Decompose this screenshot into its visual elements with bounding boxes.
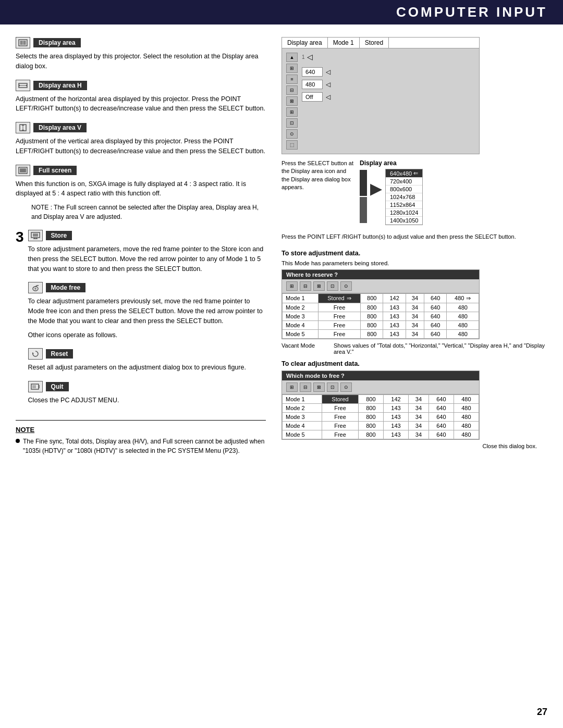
- clear-table-row: Mode 4 Free 800 143 34 640 480: [283, 421, 479, 430]
- dialog-h-arrow: ◁: [326, 68, 331, 76]
- resolution-item-3[interactable]: 800x600: [386, 186, 422, 193]
- sidebar-btn-8[interactable]: ⊙: [286, 129, 298, 139]
- mode-status: Stored⇒: [318, 293, 360, 303]
- page-number: 27: [537, 707, 547, 718]
- sidebar-btn-6[interactable]: ⊞: [286, 107, 298, 117]
- display-area-text: Selects the area displayed by this proje…: [16, 52, 266, 71]
- mode-v1: 800: [358, 403, 383, 412]
- mode-status: Free: [322, 421, 359, 430]
- mode-v5: 480: [454, 421, 479, 430]
- mode-v4: 640: [424, 320, 446, 329]
- mode-label: Mode 5: [283, 430, 322, 439]
- mode-v5: 480: [447, 312, 479, 320]
- note-bullet: The Fine sync, Total dots, Display area …: [16, 437, 266, 455]
- dialog-h-row: 640 ◁: [302, 67, 475, 77]
- mode-v4: 640: [424, 312, 446, 320]
- mode-v2: 143: [383, 421, 408, 430]
- resolution-item-1[interactable]: 640x480 ⇐: [386, 169, 422, 178]
- store-table-row: Mode 5 Free 800 143 34 640 480: [283, 329, 479, 338]
- dialog-off-arrow: ◁: [326, 93, 331, 101]
- mode-v5: 480: [454, 430, 479, 439]
- display-area-popup-label: Display area: [360, 159, 423, 167]
- resolution-item-5[interactable]: 1152x864: [386, 201, 422, 209]
- store-table-row: Mode 4 Free 800 143 34 640 480: [283, 320, 479, 329]
- mode-label: Mode 4: [283, 320, 319, 329]
- resolution-item-2[interactable]: 720x400: [386, 178, 422, 186]
- dialog-body: ▲ ⊞ ≡ ⊟ ⊠ ⊞ ⊡ ⊙ ⬚ 1 ◁: [282, 48, 479, 154]
- popup-arrow-right: ▶: [370, 179, 382, 198]
- store-note-text: This Mode has parameters being stored.: [282, 260, 547, 266]
- clear-table-header: Which mode to free ?: [282, 371, 479, 380]
- sidebar-btn-5[interactable]: ⊠: [286, 96, 298, 106]
- store-table-row: Mode 1 Stored⇒ 800 142 34 640 480⇒: [283, 293, 479, 303]
- clear-table-icon-3: ⊠: [313, 382, 325, 392]
- dialog-v-value[interactable]: 480: [302, 80, 323, 89]
- mode-v5: 480: [454, 403, 479, 412]
- mode-v3: 34: [409, 394, 429, 403]
- dialog-title-bar: Display area Mode 1 Stored: [282, 38, 479, 48]
- sidebar-btn-4[interactable]: ⊟: [286, 85, 298, 95]
- svg-rect-15: [33, 233, 38, 237]
- note-section: NOTE The Fine sync, Total dots, Display …: [16, 420, 266, 455]
- store-text: To store adjustment parameters, move the…: [28, 244, 266, 274]
- mode-free-text: To clear adjustment parameters previousl…: [28, 297, 266, 326]
- dialog-v-arrow: ◁: [326, 81, 331, 88]
- mode-label: Mode 2: [283, 303, 319, 312]
- display-area-v-label: Display area V: [33, 123, 87, 132]
- display-area-popup-area: Press the SELECT button at the Display a…: [282, 159, 547, 225]
- mode-v5: 480: [454, 394, 479, 403]
- mode-v1: 800: [360, 329, 383, 338]
- callout-note: Press the SELECT button at the Display a…: [282, 159, 354, 192]
- mode-v2: 143: [383, 412, 408, 421]
- mode-label: Mode 3: [283, 412, 322, 421]
- store-mode-table-container: Where to reserve ? ⊞ ⊟ ⊠ ⊡ ⊙ Mode 1 Stor…: [282, 269, 480, 339]
- display-area-h-icon: [16, 80, 30, 91]
- store-section-header: Store: [28, 230, 266, 241]
- reset-section-header: Reset: [28, 348, 266, 360]
- display-area-h-text: Adjustment of the horizontal area displa…: [16, 94, 266, 114]
- dialog-h-value[interactable]: 640: [302, 67, 323, 77]
- mode-label: Mode 3: [283, 312, 319, 320]
- full-screen-text: When this function is on, SXGA image is …: [16, 179, 266, 199]
- mode-status: Free: [318, 312, 360, 320]
- sidebar-btn-2[interactable]: ⊞: [286, 64, 298, 73]
- resolution-item-6[interactable]: 1280x1024: [386, 209, 422, 217]
- display-area-h-label: Display area H: [33, 81, 87, 90]
- resolution-item-7[interactable]: 1400x1050: [386, 217, 422, 225]
- mode-v3: 34: [409, 403, 429, 412]
- sidebar-btn-3[interactable]: ≡: [286, 75, 298, 84]
- display-area-v-icon: [16, 122, 30, 133]
- dialog-sidebar: ▲ ⊞ ≡ ⊟ ⊠ ⊞ ⊡ ⊙ ⬚: [286, 53, 298, 150]
- svg-rect-13: [20, 168, 26, 172]
- clear-table-row: Mode 3 Free 800 143 34 640 480: [283, 412, 479, 421]
- resolution-arrow-icon: ⇐: [413, 170, 418, 177]
- clear-section-title: To clear adjustment data.: [282, 360, 547, 367]
- mode-v1: 800: [360, 303, 383, 312]
- step-number: 3: [16, 230, 24, 410]
- reset-label: Reset: [46, 349, 74, 359]
- left-column: Display area Selects the area displayed …: [16, 37, 266, 458]
- mode-v1: 800: [360, 320, 383, 329]
- quit-section-header: Quit: [28, 381, 266, 392]
- sidebar-btn-7[interactable]: ⊡: [286, 118, 298, 128]
- mode-label: Mode 4: [283, 421, 322, 430]
- svg-point-20: [34, 288, 36, 290]
- popup-bar-1: [360, 170, 367, 196]
- resolution-item-4[interactable]: 1024x768: [386, 193, 422, 201]
- store-table-row: Mode 2 Free 800 143 34 640 480: [283, 303, 479, 312]
- mode-v4: 640: [429, 403, 454, 412]
- display-area-section-header: Display area: [16, 37, 266, 48]
- full-screen-icon: [16, 165, 30, 176]
- mode-v4: 640: [424, 303, 446, 312]
- mode-status: Free: [318, 320, 360, 329]
- dialog-title-cell-2: Mode 1: [328, 38, 360, 48]
- sidebar-btn-9[interactable]: ⬚: [286, 140, 298, 150]
- clear-table-icon-2: ⊟: [300, 382, 311, 392]
- sidebar-btn-1[interactable]: ▲: [286, 53, 298, 62]
- mode-v4: 640: [424, 293, 446, 303]
- mode-v4: 640: [429, 421, 454, 430]
- page-header: COMPUTER INPUT: [0, 0, 563, 24]
- store-table-icon-2: ⊟: [300, 281, 311, 291]
- dialog-off-value[interactable]: Off: [302, 92, 323, 102]
- mode-free-section-header: Mode free: [28, 282, 266, 293]
